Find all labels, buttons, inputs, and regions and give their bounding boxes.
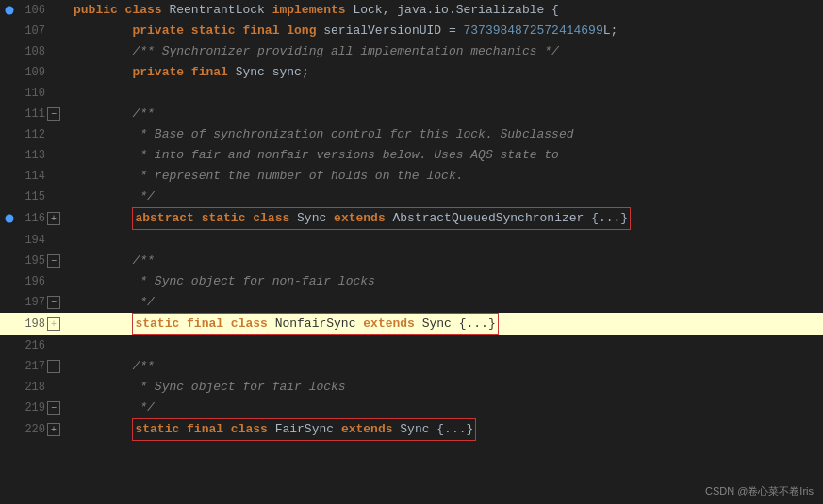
table-row: 114 * represent the number of holds on t… bbox=[0, 166, 823, 187]
code-area: 106public class ReentrantLock implements… bbox=[0, 0, 823, 504]
line-number-area: 109 bbox=[0, 66, 66, 79]
table-row: 220+ static final class FairSync extends… bbox=[0, 418, 823, 441]
fold-placeholder bbox=[47, 275, 60, 288]
debug-icon[interactable] bbox=[2, 214, 17, 223]
line-number-area: 219− bbox=[0, 401, 66, 415]
watermark: CSDN @卷心菜不卷Iris bbox=[705, 484, 814, 498]
line-number: 108 bbox=[17, 45, 45, 58]
line-content: public class ReentrantLock implements Lo… bbox=[66, 0, 559, 21]
table-row: 217− /** bbox=[0, 356, 823, 377]
fold-icon[interactable]: − bbox=[47, 360, 60, 373]
fold-placeholder bbox=[47, 381, 60, 394]
svg-point-0 bbox=[6, 7, 14, 15]
table-row: 197− */ bbox=[0, 292, 823, 313]
table-row: 216 bbox=[0, 335, 823, 356]
table-row: 107 private static final long serialVers… bbox=[0, 21, 823, 41]
fold-placeholder bbox=[47, 128, 60, 141]
line-number: 198 bbox=[17, 317, 45, 331]
boxed-class: static final class FairSync extends Sync… bbox=[132, 418, 476, 441]
line-content: /** bbox=[66, 356, 155, 377]
line-number-area: 113 bbox=[0, 149, 66, 162]
table-row: 112 * Base of synchronization control fo… bbox=[0, 124, 823, 145]
line-number-area: 198+ bbox=[0, 317, 66, 331]
line-content: static final class NonfairSync extends S… bbox=[66, 313, 499, 335]
fold-placeholder bbox=[47, 234, 60, 247]
line-number: 217 bbox=[17, 360, 45, 373]
line-number-area: 111− bbox=[0, 107, 66, 121]
fold-placeholder bbox=[47, 24, 60, 38]
line-content: */ bbox=[66, 292, 155, 313]
line-number-area: 116+ bbox=[0, 212, 66, 225]
svg-point-1 bbox=[6, 215, 14, 223]
table-row: 116+ abstract static class Sync extends … bbox=[0, 207, 823, 230]
fold-icon[interactable]: + bbox=[47, 423, 60, 436]
line-number: 219 bbox=[17, 401, 45, 415]
line-number: 114 bbox=[17, 170, 45, 183]
table-row: 218 * Sync object for fair locks bbox=[0, 377, 823, 398]
table-row: 108 /** Synchronizer providing all imple… bbox=[0, 41, 823, 62]
table-row: 110 bbox=[0, 83, 823, 104]
table-row: 109 private final Sync sync; bbox=[0, 62, 823, 83]
line-content: private static final long serialVersionU… bbox=[66, 21, 617, 41]
line-number-area: 115 bbox=[0, 190, 66, 203]
fold-icon[interactable]: − bbox=[47, 401, 60, 415]
line-content: * Sync object for non-fair locks bbox=[66, 271, 375, 292]
fold-icon[interactable]: + bbox=[47, 212, 60, 225]
line-number-area: 108 bbox=[0, 45, 66, 58]
line-number-area: 110 bbox=[0, 87, 66, 100]
line-content: abstract static class Sync extends Abstr… bbox=[66, 207, 631, 230]
line-number-area: 216 bbox=[0, 339, 66, 352]
line-number: 115 bbox=[17, 190, 45, 203]
line-number: 194 bbox=[17, 234, 45, 247]
fold-icon[interactable]: + bbox=[47, 317, 60, 331]
table-row: 115 */ bbox=[0, 187, 823, 207]
fold-icon[interactable]: − bbox=[47, 296, 60, 309]
line-number: 197 bbox=[17, 296, 45, 309]
debug-icon[interactable] bbox=[2, 6, 17, 15]
line-content: static final class FairSync extends Sync… bbox=[66, 418, 476, 441]
line-number: 196 bbox=[17, 275, 45, 288]
table-row: 111− /** bbox=[0, 104, 823, 124]
fold-placeholder bbox=[47, 66, 60, 79]
table-row: 195− /** bbox=[0, 251, 823, 271]
line-content: */ bbox=[66, 187, 155, 207]
line-number: 113 bbox=[17, 149, 45, 162]
boxed-class: static final class NonfairSync extends S… bbox=[132, 313, 498, 335]
line-number-area: 107 bbox=[0, 24, 66, 38]
line-number: 109 bbox=[17, 66, 45, 79]
fold-icon[interactable]: − bbox=[47, 107, 60, 121]
line-number-area: 106 bbox=[0, 4, 66, 17]
fold-placeholder bbox=[47, 4, 60, 17]
line-number-area: 114 bbox=[0, 170, 66, 183]
table-row: 194 bbox=[0, 230, 823, 251]
line-content: * represent the number of holds on the l… bbox=[66, 166, 463, 187]
line-number: 216 bbox=[17, 339, 45, 352]
line-number: 195 bbox=[17, 254, 45, 268]
line-number: 218 bbox=[17, 381, 45, 394]
line-number-area: 195− bbox=[0, 254, 66, 268]
line-number: 110 bbox=[17, 87, 45, 100]
line-number-area: 218 bbox=[0, 381, 66, 394]
line-number: 112 bbox=[17, 128, 45, 141]
line-content: * Base of synchronization control for th… bbox=[66, 124, 574, 145]
line-number: 107 bbox=[17, 24, 45, 38]
line-number-area: 197− bbox=[0, 296, 66, 309]
fold-icon[interactable]: − bbox=[47, 254, 60, 268]
fold-placeholder bbox=[47, 87, 60, 100]
table-row: 219− */ bbox=[0, 398, 823, 418]
line-content: private final Sync sync; bbox=[66, 62, 309, 83]
line-number-area: 112 bbox=[0, 128, 66, 141]
line-content: /** bbox=[66, 104, 155, 124]
table-row: 113 * into fair and nonfair versions bel… bbox=[0, 145, 823, 166]
line-number-area: 217− bbox=[0, 360, 66, 373]
fold-placeholder bbox=[47, 339, 60, 352]
line-number-area: 220+ bbox=[0, 423, 66, 436]
table-row: 198+ static final class NonfairSync exte… bbox=[0, 313, 823, 335]
fold-placeholder bbox=[47, 170, 60, 183]
fold-placeholder bbox=[47, 149, 60, 162]
line-content: /** Synchronizer providing all implement… bbox=[66, 41, 559, 62]
fold-placeholder bbox=[47, 45, 60, 58]
line-content: * into fair and nonfair versions below. … bbox=[66, 145, 559, 166]
line-number-area: 194 bbox=[0, 234, 66, 247]
line-number: 220 bbox=[17, 423, 45, 436]
